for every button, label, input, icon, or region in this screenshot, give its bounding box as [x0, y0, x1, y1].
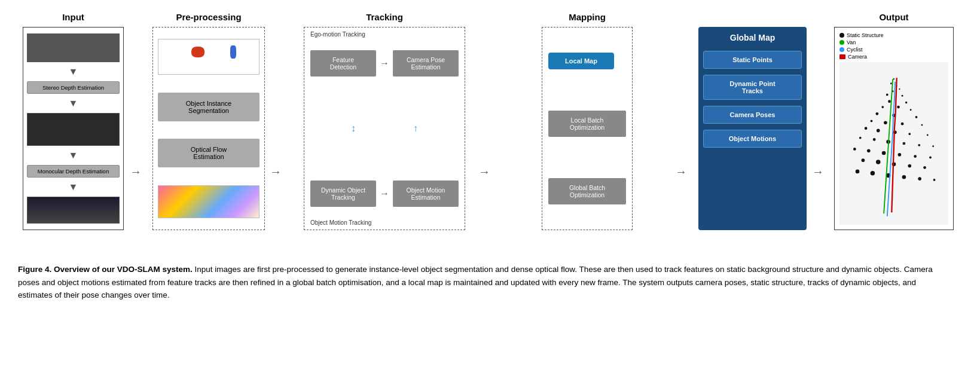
svg-point-29 [932, 145, 934, 147]
object-motion-box: Object Motion Estimation [393, 181, 459, 207]
svg-point-4 [899, 88, 900, 90]
global-batch-box: Global Batch Optimization [548, 178, 626, 204]
arrow-global-output: → [811, 12, 825, 239]
legend-label-static: Static Structure [847, 32, 884, 38]
tracking-title: Tracking [366, 12, 403, 22]
globalmap-section: Global Map Global Map Static Points Dyna… [694, 12, 811, 230]
optical-flow-box: Optical Flow Estimation [158, 139, 259, 167]
svg-point-17 [901, 123, 904, 126]
svg-point-5 [886, 94, 889, 96]
input-title: Input [62, 12, 84, 22]
svg-point-32 [882, 151, 886, 155]
arrow-mapping-global: → [674, 12, 688, 239]
object-motions-btn: Object Motions [703, 130, 802, 148]
svg-point-33 [898, 153, 902, 157]
legend-dot-cyclist [839, 47, 844, 52]
svg-point-8 [905, 102, 907, 103]
svg-point-24 [859, 137, 862, 139]
svg-point-28 [918, 144, 920, 146]
svg-point-10 [897, 106, 900, 109]
legend-cyclist: Cyclist [839, 47, 948, 53]
global-map-title: Global Map [730, 33, 775, 42]
arrow-down-cam: ↑ [413, 123, 418, 134]
tracking-section: Tracking Ego-motion Tracking Feature Det… [292, 12, 477, 230]
svg-point-31 [867, 149, 871, 152]
svg-point-1 [890, 82, 892, 84]
dynamic-object-box: Dynamic Object Tracking [310, 181, 376, 207]
depth-img [27, 113, 120, 146]
output-section: Output Static Structure Van Cyclist [834, 12, 954, 230]
input-box: ▼ Stereo Depth Estimation ▼ ▼ Monocular … [23, 27, 124, 230]
local-map-btn: Local Map [548, 53, 614, 69]
arrow-down-2: ▼ [69, 99, 78, 108]
local-map-row: Local Map [548, 53, 626, 69]
legend-rect-camera [839, 54, 845, 59]
svg-point-36 [862, 158, 865, 162]
svg-point-7 [888, 100, 891, 103]
legend-dot-van [839, 40, 844, 45]
svg-point-22 [908, 133, 911, 135]
svg-point-15 [871, 120, 873, 123]
diagram-area: Input ▼ Stereo Depth Estimation ▼ ▼ Mono… [6, 6, 974, 257]
mapping-title: Mapping [569, 12, 606, 22]
arrow-down-4: ▼ [69, 182, 78, 192]
legend-label-van: Van [847, 39, 856, 45]
preproc-title: Pre-processing [176, 12, 241, 22]
legend-camera: Camera [839, 54, 948, 60]
legend-static: Static Structure [839, 32, 948, 38]
output-visualization [839, 62, 948, 225]
tracking-top-label: Ego-motion Tracking [310, 31, 365, 38]
svg-point-12 [876, 112, 879, 115]
arrow-feat-cam: → [380, 58, 389, 69]
dynamic-point-tracks-btn: Dynamic Point Tracks [703, 75, 802, 100]
mono-depth-box: Monocular Depth Estimation [27, 165, 120, 178]
svg-point-42 [871, 171, 875, 176]
svg-point-18 [921, 124, 923, 126]
svg-point-11 [910, 109, 912, 111]
svg-point-40 [923, 166, 926, 169]
tracking-bottom-row: Dynamic Object Tracking → Object Motion … [310, 181, 459, 207]
object-instance-box: Object Instance Segmentation [158, 93, 259, 121]
svg-point-0 [893, 78, 894, 79]
stereo-img-left [27, 33, 120, 62]
svg-point-30 [853, 148, 856, 151]
optical-flow-preview [158, 185, 259, 218]
caption-bold: Figure 4. Overview of our VDO-SLAM syste… [18, 265, 193, 274]
svg-point-9 [881, 106, 884, 108]
legend-label-camera: Camera [848, 54, 867, 60]
svg-point-14 [915, 116, 918, 118]
arrow-down-feat: ↕ [351, 123, 356, 134]
stereo-depth-box: Stereo Depth Estimation [27, 81, 120, 94]
mono-img [27, 197, 120, 224]
preproc-section: Pre-processing Object Instance Segmentat… [149, 12, 268, 230]
svg-point-46 [933, 179, 936, 181]
camera-pose-box: Camera Pose Estimation [393, 50, 459, 77]
svg-point-45 [918, 177, 921, 181]
arrow-input-preproc: → [129, 12, 143, 239]
arrow-down-3: ▼ [69, 151, 78, 160]
static-points-btn: Static Points [703, 51, 802, 69]
arrow-tracking-mapping: → [477, 12, 491, 239]
svg-point-23 [927, 134, 929, 136]
camera-poses-btn: Camera Poses [703, 106, 802, 124]
svg-point-27 [903, 142, 906, 145]
legend-van: Van [839, 39, 948, 45]
svg-point-41 [856, 170, 860, 174]
tracking-bottom-label: Object Motion Tracking [310, 219, 371, 226]
svg-point-37 [876, 160, 881, 164]
arrow-dyn-obj: → [380, 188, 389, 199]
preproc-dashed-box: Object Instance Segmentation Optical Flo… [152, 27, 265, 230]
local-batch-box: Local Batch Optimization [548, 111, 626, 137]
svg-point-34 [914, 155, 917, 158]
svg-point-19 [865, 127, 868, 130]
svg-point-16 [884, 121, 887, 124]
tracking-top-row: Feature Detection → Camera Pose Estimati… [310, 50, 459, 77]
stereo-images [27, 33, 120, 62]
vertical-arrows: ↕ ↑ [310, 123, 459, 134]
caption: Figure 4. Overview of our VDO-SLAM syste… [6, 257, 963, 308]
svg-point-39 [908, 164, 911, 168]
input-section: Input ▼ Stereo Depth Estimation ▼ ▼ Mono… [18, 12, 129, 230]
output-legend: Static Structure Van Cyclist Camera [839, 32, 948, 60]
svg-point-20 [877, 129, 880, 133]
svg-point-6 [902, 95, 903, 97]
